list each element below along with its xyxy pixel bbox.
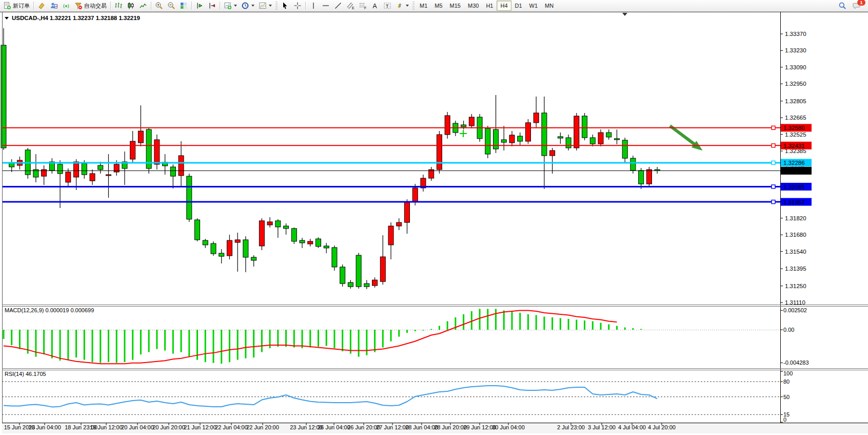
bar-chart-button[interactable] — [112, 0, 125, 11]
time-axis-label: 20 Jun 20:00 — [152, 424, 185, 430]
candle-body — [275, 221, 281, 227]
price-tick-label: 1.33370 — [785, 31, 806, 37]
auto-scroll-button[interactable] — [193, 0, 206, 11]
candle-body — [211, 243, 216, 254]
label-button[interactable]: T — [381, 0, 393, 11]
horizontal-line-button[interactable] — [320, 0, 332, 11]
candle-body — [501, 140, 506, 142]
tab-timeframe-H1[interactable]: H1 — [482, 1, 497, 11]
candle-body — [324, 246, 329, 248]
price-badge-label: 1.32580 — [783, 125, 805, 131]
fibonacci-button[interactable]: F — [357, 0, 369, 11]
hline-handle[interactable] — [772, 161, 775, 164]
zoom-in-button[interactable] — [153, 0, 165, 11]
hline-handle[interactable] — [772, 200, 775, 204]
chart-shift-button[interactable] — [206, 0, 218, 11]
candle-body — [348, 282, 353, 287]
templates-button[interactable] — [257, 0, 274, 11]
tab-timeframe-M1[interactable]: M1 — [416, 1, 431, 11]
cursor-icon — [281, 2, 289, 10]
crosshair-button[interactable] — [291, 0, 304, 11]
candle-body — [251, 257, 257, 260]
line-chart-button[interactable] — [137, 0, 149, 11]
candle-body — [518, 136, 523, 141]
channel-button[interactable]: E — [344, 0, 357, 11]
candle-body — [82, 163, 87, 175]
price-tick-label: 1.31395 — [785, 266, 806, 272]
candle-body — [622, 140, 627, 158]
candle-body — [364, 283, 369, 287]
price-tick-label: 1.32665 — [785, 115, 806, 121]
zoom-out-button[interactable] — [165, 0, 177, 11]
signal-icon — [62, 2, 70, 10]
candle-body — [574, 116, 579, 148]
candle-body — [606, 133, 611, 137]
gold-arrow-button[interactable] — [35, 0, 48, 11]
toolbar-right: 1 — [836, 0, 867, 11]
indicators-icon — [224, 2, 232, 10]
price-badge-label: 1.32431 — [783, 143, 805, 149]
time-axis-label: 26 Jun 20:00 — [347, 424, 380, 430]
time-axis-label: 21 Jun 12:00 — [184, 424, 216, 430]
candle-body — [356, 255, 361, 287]
candle-body — [646, 169, 652, 184]
price-tick-label: 1.31820 — [785, 215, 806, 221]
price-chart[interactable]: 1.333701.332301.330901.329501.328051.326… — [0, 0, 868, 435]
toolbar-separator — [33, 2, 34, 10]
candle-body — [550, 150, 555, 156]
trendline-button[interactable] — [332, 0, 344, 11]
price-badge-label: 1.32085 — [783, 184, 805, 190]
time-axis-label: 26 Jun 04:00 — [318, 424, 350, 430]
candle-body — [372, 280, 378, 286]
candle-body — [315, 239, 321, 247]
hline-handle[interactable] — [772, 144, 775, 147]
rsi-label: RSI(14) 46.1705 — [5, 371, 46, 377]
candle-body — [485, 128, 490, 154]
market-watch-button[interactable] — [48, 0, 60, 11]
tab-timeframe-MN[interactable]: MN — [541, 1, 557, 11]
candle-body — [227, 240, 232, 256]
candlestick-chart-button[interactable] — [125, 0, 137, 11]
tab-timeframe-H4[interactable]: H4 — [497, 1, 511, 11]
candle-body — [405, 202, 410, 222]
new-order-icon — [3, 2, 11, 10]
hline-handle[interactable] — [772, 126, 775, 129]
candle-body — [461, 125, 466, 127]
candle-body — [590, 138, 595, 144]
toolbar-grip — [412, 2, 415, 10]
shapes-button[interactable] — [393, 0, 411, 11]
tab-timeframe-M5[interactable]: M5 — [431, 1, 446, 11]
rsi-axis-label: 50 — [783, 394, 790, 400]
candle-body — [267, 222, 272, 225]
text-icon: A — [371, 2, 379, 10]
indicators-button[interactable] — [222, 0, 239, 11]
tab-timeframe-D1[interactable]: D1 — [511, 1, 526, 11]
price-tick-label: 1.31540 — [785, 249, 806, 255]
time-axis-label: 28 Jun 04:00 — [405, 424, 438, 430]
signal-button[interactable] — [60, 0, 72, 11]
zoom-in-icon — [155, 2, 163, 10]
cursor-button[interactable] — [279, 0, 291, 11]
chevron-down-icon — [406, 5, 409, 7]
time-axis-label: 2 Jul 23:00 — [557, 424, 585, 430]
candlestick-chart-icon — [127, 2, 135, 10]
candle-body — [90, 174, 95, 181]
tile-windows-button[interactable] — [177, 0, 190, 11]
toolbar-separator — [305, 2, 306, 10]
tab-timeframe-M15[interactable]: M15 — [446, 1, 464, 11]
candle-body — [630, 158, 636, 171]
vertical-line-button[interactable] — [307, 0, 320, 11]
autotrade-button[interactable]: 自动交易 — [72, 0, 109, 11]
notifications-button[interactable]: 1 — [851, 1, 864, 10]
tab-timeframe-W1[interactable]: W1 — [526, 1, 542, 11]
text-button[interactable]: A — [369, 0, 381, 11]
hline-handle[interactable] — [772, 185, 775, 188]
candle-body — [509, 135, 515, 143]
toolbar-separator — [110, 2, 111, 10]
search-button[interactable] — [836, 0, 849, 11]
periods-button[interactable] — [239, 0, 257, 11]
new-order-button[interactable]: 新订单 — [1, 0, 32, 11]
tab-timeframe-M30[interactable]: M30 — [464, 1, 482, 11]
candle-body — [74, 162, 79, 177]
toolbar-separator — [191, 2, 192, 10]
